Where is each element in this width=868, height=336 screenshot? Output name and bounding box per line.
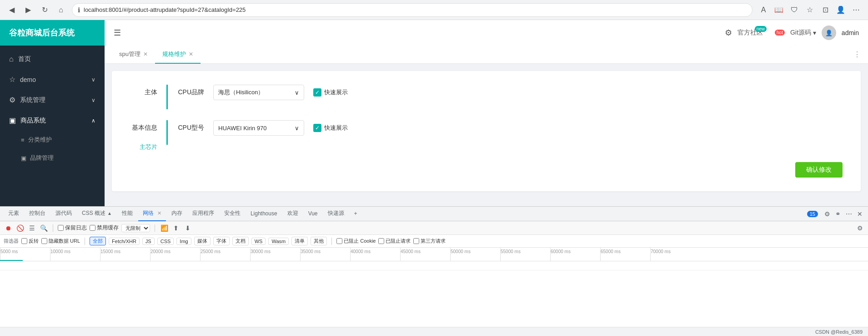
devtools-tab-elements[interactable]: 元素 [4,207,24,221]
devtools-remote-icon[interactable]: ⚭ [833,210,843,218]
devtools-settings-icon[interactable]: ⚙ [823,210,832,218]
filter-manifest-btn[interactable]: 清单 [291,237,308,245]
cpu-brand-select[interactable]: 海思（Hisilicon） ∨ [213,85,304,100]
sidebar-item-demo[interactable]: ☆ demo ∨ [0,69,105,90]
devtools-tab-network[interactable]: 网络 ✕ [138,207,166,221]
hide-data-url-input[interactable] [41,238,47,244]
translate-icon[interactable]: A [757,4,770,16]
devtools-close-icon[interactable]: ✕ [855,210,864,218]
timeline-tick-6: 35000 ms [300,248,350,261]
filter-js-btn[interactable]: JS [142,238,155,245]
tab-network-close-icon[interactable]: ✕ [157,210,161,216]
third-party-checkbox[interactable]: 第三方请求 [413,238,446,244]
filter-fetch-btn[interactable]: Fetch/XHR [109,238,140,245]
invert-checkbox[interactable]: 反转 [21,238,39,244]
disable-cache-checkbox[interactable]: 禁用缓存 [90,224,119,232]
sidebar-item-categories[interactable]: ≡ 分类维护 [0,131,105,149]
git-link[interactable]: 官方社区 hot [773,29,785,36]
quick-show-checkbox-1[interactable]: ✓ 快速展示 [313,88,348,97]
tab-more-icon[interactable]: ⋮ [853,51,861,58]
wifi-icon[interactable]: 📶 [160,224,169,232]
tab-spu[interactable]: spu管理 ✕ [112,46,155,64]
invert-input[interactable] [21,238,27,244]
devtools-tab-source[interactable]: 源代码 [51,207,76,221]
tab-close-icon[interactable]: ✕ [143,51,148,57]
devtools-tab-vue[interactable]: Vue [304,207,322,221]
disable-cache-input[interactable] [90,225,95,231]
sidebar-item-home[interactable]: ⌂ 首页 [0,49,105,69]
separator [53,224,53,232]
tab-icon[interactable]: ⊡ [819,4,832,16]
filter-wasm-btn[interactable]: Wasm [268,238,289,245]
cpu-model-select[interactable]: HUAWEI Kirin 970 ∨ [213,120,304,136]
refresh-button[interactable]: ↻ [38,4,51,16]
avatar[interactable]: 👤 [822,25,836,40]
third-party-input[interactable] [413,238,419,244]
filter-img-btn[interactable]: Img [176,238,191,245]
timeline-tick-12: 65000 ms [600,248,650,261]
blocked-cookie-checkbox[interactable]: 已阻止 Cookie [336,238,376,244]
filter-all-btn[interactable]: 全部 [90,237,106,245]
filter-css-btn[interactable]: CSS [157,238,174,245]
git-dropdown[interactable]: Git源码 ▾ [790,29,816,37]
download-icon[interactable]: ⬇ [183,224,192,232]
filter-font-btn[interactable]: 字体 [213,237,230,245]
chevron-down-icon: ∨ [295,89,299,96]
sidebar-item-system[interactable]: ⚙ 系统管理 ∨ [0,90,105,110]
devtools-tab-application[interactable]: 应用程序 [188,207,219,221]
checkbox-icon[interactable]: ✓ [313,88,321,97]
info-icon: ℹ [78,6,80,14]
devtools-tab-performance[interactable]: 性能 [117,207,137,221]
preserve-log-checkbox[interactable]: 保留日志 [58,224,87,232]
profile-icon[interactable]: 👤 [834,4,847,16]
filter-ws-btn[interactable]: WS [251,238,266,245]
address-bar[interactable]: ℹ localhost:8001/#/product-attrupdate?sp… [72,3,753,17]
filter-other-btn[interactable]: 其他 [311,237,327,245]
sidebar-item-products[interactable]: ▣ 商品系统 ∧ [0,110,105,131]
devtools-more-icon[interactable]: ⋯ [844,210,853,218]
search-icon[interactable]: 🔍 [39,224,48,232]
chevron-down-icon: ▾ [813,29,816,36]
back-button[interactable]: ◀ [5,4,18,16]
filter-media-btn[interactable]: 媒体 [194,237,211,245]
checkbox-icon[interactable]: ✓ [313,124,321,132]
devtools-tab-lighthouse[interactable]: Lighthouse [246,207,282,221]
more-icon[interactable]: ⋯ [850,4,863,16]
timeline-tick-13: 70000 ms [650,248,700,261]
hide-data-url-checkbox[interactable]: 隐藏数据 URL [41,238,80,244]
blocked-request-input[interactable] [378,238,384,244]
tab-close-icon[interactable]: ✕ [189,51,193,57]
tab-spec[interactable]: 规格维护 ✕ [155,46,201,64]
record-icon[interactable]: ⏺ [4,224,13,232]
bookmark-icon[interactable]: ☆ [803,4,816,16]
devtools-tab-memory[interactable]: 内存 [167,207,187,221]
section-content-basic: CPU型号 HUAWEI Kirin 970 ∨ ✓ 快速展示 [166,120,348,145]
read-mode-icon[interactable]: 📖 [773,4,785,16]
devtools-tab-add[interactable]: + [350,207,362,221]
filter-icon[interactable]: ☰ [27,224,36,232]
toolbar-settings-icon[interactable]: ⚙ [855,224,864,232]
settings-button[interactable]: ⚙ [725,28,732,38]
devtools-tab-welcome[interactable]: 欢迎 [283,207,303,221]
blocked-request-checkbox[interactable]: 已阻止请求 [378,238,411,244]
clear-icon[interactable]: 🚫 [15,224,25,232]
upload-icon[interactable]: ⬆ [171,224,181,232]
community-link[interactable]: 官方社区 new [738,29,763,37]
hamburger-button[interactable]: ☰ [114,28,121,38]
blocked-cookie-input[interactable] [336,238,342,244]
devtools-tab-console[interactable]: 控制台 [25,207,50,221]
timeline-tick-9: 50000 ms [450,248,500,261]
home-button[interactable]: ⌂ [55,4,67,16]
devtools-tab-css[interactable]: CSS 概述 ▲ [77,207,116,221]
devtools-tab-security[interactable]: 安全性 [220,207,245,221]
sidebar-item-brands[interactable]: ▣ 品牌管理 [0,149,105,167]
devtools-tab-quicksource[interactable]: 快递源 [323,207,349,221]
filter-doc-btn[interactable]: 文档 [232,237,249,245]
confirm-button[interactable]: 确认修改 [795,162,843,178]
forward-button[interactable]: ▶ [22,4,35,16]
adblock-icon[interactable]: 🛡 [788,4,801,16]
throttle-select[interactable]: 无限制 [121,224,150,232]
filter-sep [85,238,85,245]
quick-show-checkbox-2[interactable]: ✓ 快速展示 [313,124,348,132]
preserve-log-input[interactable] [58,225,64,231]
